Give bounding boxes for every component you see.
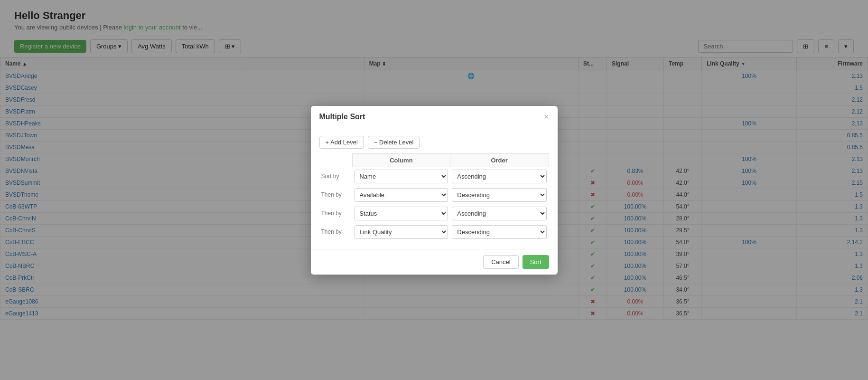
sort-order-cell-1: AscendingDescending: [450, 186, 549, 204]
sort-level-3: Then byNameMapStatusAvailableSignalTempL…: [319, 223, 549, 241]
sort-label-1: Then by: [319, 186, 353, 204]
sort-column-cell-3: NameMapStatusAvailableSignalTempLink Qua…: [353, 223, 450, 241]
sort-label-0: Sort by: [319, 167, 353, 186]
sort-column-select-2[interactable]: NameMapStatusAvailableSignalTempLink Qua…: [355, 207, 448, 220]
modal-overlay: Multiple Sort × + Add Level − Delete Lev…: [0, 0, 868, 380]
delete-level-button[interactable]: − Delete Level: [368, 136, 420, 149]
sort-empty-header: [319, 153, 353, 167]
modal-body: + Add Level − Delete Level Column Order …: [311, 128, 558, 249]
sort-level-1: Then byNameMapStatusAvailableSignalTempL…: [319, 186, 549, 204]
sort-order-select-0[interactable]: AscendingDescending: [452, 170, 547, 183]
modal-footer: Cancel Sort: [311, 249, 558, 275]
level-buttons: + Add Level − Delete Level: [319, 136, 549, 149]
sort-column-select-0[interactable]: NameMapStatusAvailableSignalTempLink Qua…: [355, 170, 448, 183]
sort-button[interactable]: Sort: [523, 255, 549, 269]
sort-col-header: Column: [353, 153, 450, 167]
sort-order-select-2[interactable]: AscendingDescending: [452, 207, 547, 220]
sort-column-cell-1: NameMapStatusAvailableSignalTempLink Qua…: [353, 186, 450, 204]
modal-close-button[interactable]: ×: [544, 113, 549, 121]
modal-title: Multiple Sort: [319, 113, 365, 121]
modal-header: Multiple Sort ×: [311, 106, 558, 128]
sort-label-2: Then by: [319, 204, 353, 223]
sort-modal: Multiple Sort × + Add Level − Delete Lev…: [311, 106, 558, 275]
sort-order-header: Order: [450, 153, 549, 167]
sort-level-2: Then byNameMapStatusAvailableSignalTempL…: [319, 204, 549, 223]
sort-order-select-3[interactable]: AscendingDescending: [452, 225, 547, 239]
sort-column-cell-2: NameMapStatusAvailableSignalTempLink Qua…: [353, 204, 450, 223]
sort-column-select-3[interactable]: NameMapStatusAvailableSignalTempLink Qua…: [355, 225, 448, 239]
sort-order-cell-3: AscendingDescending: [450, 223, 549, 241]
sort-order-cell-0: AscendingDescending: [450, 167, 549, 186]
sort-column-select-1[interactable]: NameMapStatusAvailableSignalTempLink Qua…: [355, 188, 448, 202]
sort-order-cell-2: AscendingDescending: [450, 204, 549, 223]
add-level-button[interactable]: + Add Level: [319, 136, 364, 149]
cancel-button[interactable]: Cancel: [483, 255, 518, 269]
sort-column-cell-0: NameMapStatusAvailableSignalTempLink Qua…: [353, 167, 450, 186]
sort-order-select-1[interactable]: AscendingDescending: [452, 188, 547, 202]
sort-level-0: Sort byNameMapStatusAvailableSignalTempL…: [319, 167, 549, 186]
sort-label-3: Then by: [319, 223, 353, 241]
sort-levels-table: Column Order Sort byNameMapStatusAvailab…: [319, 153, 549, 241]
